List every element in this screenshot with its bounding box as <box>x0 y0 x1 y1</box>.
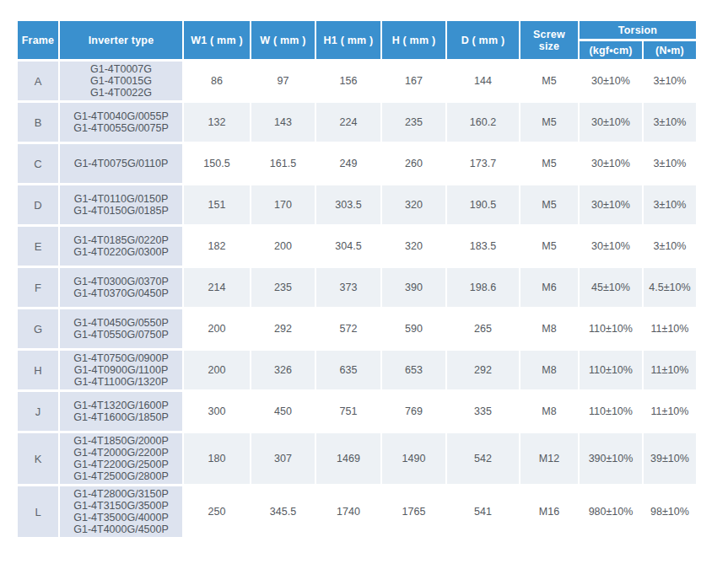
screw-size-cell: M6 <box>520 268 578 307</box>
inverter-type-line: G1-4T0450G/0550P <box>62 317 181 329</box>
d-cell: 144 <box>447 62 519 100</box>
h1-cell: 156 <box>316 62 380 100</box>
inverter-type-line: G1-4T3150G/3500P <box>62 500 181 512</box>
w-cell: 235 <box>251 268 315 307</box>
h-cell: 320 <box>382 185 445 224</box>
h1-cell: 635 <box>316 351 380 389</box>
w-cell: 200 <box>251 227 315 266</box>
inverter-type-line: G1-4T4000G/4500P <box>62 523 181 535</box>
inverter-type-line: G1-4T0055G/0075P <box>62 122 181 134</box>
inverter-type-line: G1-4T0220G/0300P <box>62 246 181 258</box>
table-row-frame-f: F G1-4T0300G/0370P G1-4T0370G/0450P 214 … <box>18 268 696 307</box>
column-header-inverter-type: Inverter type <box>60 21 182 59</box>
h-cell: 260 <box>382 144 445 183</box>
column-header-w: W ( mm ) <box>251 21 315 59</box>
w1-cell: 150.5 <box>184 144 250 183</box>
screw-size-cell: M5 <box>520 227 578 266</box>
inverter-type-line: G1-4T0007G <box>62 63 181 75</box>
torsion-nm-cell: 98±10% <box>644 486 696 537</box>
h-cell: 1490 <box>382 433 445 484</box>
h-cell: 1765 <box>382 486 445 537</box>
torsion-nm-cell: 3±10% <box>644 62 696 100</box>
table-header: Frame Inverter type W1 ( mm ) W ( mm ) H… <box>18 21 696 59</box>
h1-cell: 373 <box>316 268 380 307</box>
table-row-frame-c: C G1-4T0075G/0110P 150.5 161.5 249 260 1… <box>18 144 696 183</box>
inverter-type-cell: G1-4T0450G/0550P G1-4T0550G/0750P <box>60 309 182 348</box>
d-cell: 542 <box>447 433 519 484</box>
table-row-frame-b: B G1-4T0040G/0055P G1-4T0055G/0075P 132 … <box>18 103 696 142</box>
torsion-nm-cell: 3±10% <box>644 103 696 142</box>
inverter-type-cell: G1-4T1850G/2000P G1-4T2000G/2200P G1-4T2… <box>60 433 182 484</box>
w1-cell: 214 <box>184 268 250 307</box>
torsion-nm-cell: 11±10% <box>644 309 696 348</box>
inverter-type-line: G1-4T0110G/0150P <box>62 193 181 205</box>
table-row-frame-l: L G1-4T2800G/3150P G1-4T3150G/3500P G1-4… <box>18 486 696 537</box>
torsion-nm-cell: 4.5±10% <box>644 268 696 307</box>
h-cell: 653 <box>382 351 445 389</box>
h-cell: 320 <box>382 227 445 266</box>
d-cell: 292 <box>447 351 519 389</box>
h1-cell: 303.5 <box>316 185 380 224</box>
torsion-kgfcm-cell: 110±10% <box>580 309 642 348</box>
frame-cell: F <box>18 268 58 307</box>
torsion-kgfcm-cell: 30±10% <box>580 62 642 100</box>
w1-cell: 151 <box>184 185 250 224</box>
h1-cell: 249 <box>316 144 380 183</box>
d-cell: 541 <box>447 486 519 537</box>
inverter-type-line: G1-4T1600G/1850P <box>62 411 181 423</box>
column-header-torsion-nm: (N•m) <box>644 41 696 59</box>
frame-cell: J <box>18 392 58 431</box>
frame-cell: E <box>18 227 58 266</box>
w1-cell: 180 <box>184 433 250 484</box>
column-header-w1: W1 ( mm ) <box>184 21 250 59</box>
inverter-type-line: G1-4T0185G/0220P <box>62 234 181 246</box>
inverter-type-line: G1-4T0900G/1100P <box>62 364 181 376</box>
h1-cell: 1469 <box>316 433 380 484</box>
inverter-type-line: G1-4T0750G/0900P <box>62 352 181 364</box>
torsion-kgfcm-cell: 30±10% <box>580 185 642 224</box>
table-row-frame-k: K G1-4T1850G/2000P G1-4T2000G/2200P G1-4… <box>18 433 696 484</box>
inverter-type-cell: G1-4T0300G/0370P G1-4T0370G/0450P <box>60 268 182 307</box>
d-cell: 190.5 <box>447 185 519 224</box>
d-cell: 265 <box>447 309 519 348</box>
torsion-kgfcm-cell: 980±10% <box>580 486 642 537</box>
screw-size-cell: M5 <box>520 62 578 100</box>
torsion-kgfcm-cell: 110±10% <box>580 392 642 431</box>
inverter-type-cell: G1-4T0075G/0110P <box>60 144 182 183</box>
h-cell: 235 <box>382 103 445 142</box>
column-header-torsion-kgfcm: (kgf•cm) <box>580 41 642 59</box>
frame-cell: H <box>18 351 58 389</box>
h1-cell: 304.5 <box>316 227 380 266</box>
inverter-type-line: G1-4T1850G/2000P <box>62 435 181 447</box>
h-cell: 167 <box>382 62 445 100</box>
d-cell: 160.2 <box>447 103 519 142</box>
inverter-type-cell: G1-4T0185G/0220P G1-4T0220G/0300P <box>60 227 182 266</box>
inverter-type-line: G1-4T2200G/2500P <box>62 459 181 470</box>
column-header-screw-size: Screw size <box>520 21 578 59</box>
column-header-h1: H1 ( mm ) <box>316 21 380 59</box>
inverter-type-line: G1-4T1100G/1320P <box>62 376 181 388</box>
torsion-nm-cell: 3±10% <box>644 144 696 183</box>
frame-cell: B <box>18 103 58 142</box>
screw-size-cell: M16 <box>520 486 578 537</box>
w-cell: 161.5 <box>251 144 315 183</box>
d-cell: 198.6 <box>447 268 519 307</box>
torsion-kgfcm-cell: 110±10% <box>580 351 642 389</box>
screw-size-cell: M5 <box>520 103 578 142</box>
w-cell: 345.5 <box>251 486 315 537</box>
torsion-kgfcm-cell: 30±10% <box>580 144 642 183</box>
torsion-kgfcm-cell: 30±10% <box>580 103 642 142</box>
inverter-type-line: G1-4T0040G/0055P <box>62 110 181 122</box>
frame-cell: C <box>18 144 58 183</box>
table-row-frame-e: E G1-4T0185G/0220P G1-4T0220G/0300P 182 … <box>18 227 696 266</box>
inverter-type-cell: G1-4T0040G/0055P G1-4T0055G/0075P <box>60 103 182 142</box>
inverter-type-line: G1-4T0370G/0450P <box>62 287 181 299</box>
w-cell: 292 <box>251 309 315 348</box>
screw-size-cell: M8 <box>520 351 578 389</box>
inverter-type-line: G1-4T2800G/3150P <box>62 488 181 500</box>
w-cell: 143 <box>251 103 315 142</box>
column-group-header-torsion: Torsion <box>580 21 696 39</box>
h1-cell: 751 <box>316 392 380 431</box>
h-cell: 769 <box>382 392 445 431</box>
torsion-nm-cell: 3±10% <box>644 227 696 266</box>
